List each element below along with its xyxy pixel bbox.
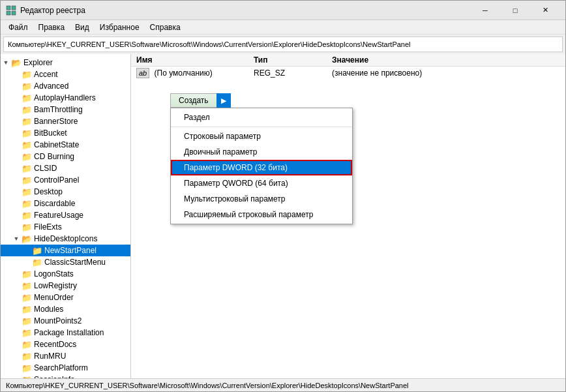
create-arrow-button[interactable]: ▶ bbox=[216, 93, 231, 108]
dropdown-item-string[interactable]: Строковый параметр bbox=[171, 128, 352, 144]
tree-label: Discardable bbox=[34, 199, 75, 208]
table-row[interactable]: ab (По умолчанию) REG_SZ (значение не пр… bbox=[131, 67, 565, 80]
dropdown-item-binary[interactable]: Двоичный параметр bbox=[171, 144, 352, 160]
tree-label: FileExts bbox=[34, 222, 62, 232]
expand-icon bbox=[11, 95, 22, 101]
close-button[interactable]: ✕ bbox=[530, 1, 560, 20]
list-item[interactable]: 📁 Desktop bbox=[1, 186, 130, 198]
list-item[interactable]: 📁 SearchPlatform bbox=[1, 362, 130, 374]
list-item[interactable]: 📁 CD Burning bbox=[1, 151, 130, 162]
create-row: Создать ▶ bbox=[170, 93, 353, 108]
minimize-button[interactable]: ─ bbox=[470, 1, 500, 20]
list-item[interactable]: 📁 BitBucket bbox=[1, 127, 130, 139]
tree-item-explorer[interactable]: ▼ 📂 Explorer bbox=[1, 57, 130, 68]
list-item-newstartpanel[interactable]: 📁 NewStartPanel bbox=[1, 245, 130, 256]
status-text: Компьютер\HKEY_CURRENT_USER\Software\Mic… bbox=[6, 382, 409, 389]
list-item[interactable]: ▼ 📂 HideDesktopIcons bbox=[1, 233, 130, 245]
list-item[interactable]: 📁 LowRegistry bbox=[1, 280, 130, 292]
maximize-button[interactable]: □ bbox=[500, 1, 530, 20]
list-item[interactable]: 📁 FileExts bbox=[1, 221, 130, 233]
list-item[interactable]: 📁 Modules bbox=[1, 303, 130, 315]
create-dropdown: Создать ▶ Раздел Строковый параметр Двои… bbox=[170, 93, 353, 224]
list-item[interactable]: 📁 Discardable bbox=[1, 198, 130, 209]
menu-file[interactable]: Файл bbox=[3, 22, 33, 33]
list-item[interactable]: 📁 Advanced bbox=[1, 80, 130, 92]
svg-rect-3 bbox=[12, 11, 16, 15]
tree-label: MenuOrder bbox=[34, 293, 74, 302]
folder-icon: 📁 bbox=[22, 93, 32, 103]
folder-icon: 📂 bbox=[22, 234, 32, 244]
list-item[interactable]: 📁 CLSID bbox=[1, 162, 130, 174]
expand-icon bbox=[11, 153, 22, 160]
tree-label: BamThrottling bbox=[34, 105, 83, 114]
create-button[interactable]: Создать bbox=[170, 93, 216, 108]
tree-label: BannerStore bbox=[34, 117, 78, 126]
folder-icon: 📁 bbox=[22, 81, 32, 91]
list-item[interactable]: 📁 FeatureUsage bbox=[1, 209, 130, 221]
expand-icon bbox=[11, 353, 22, 359]
expand-icon bbox=[11, 118, 22, 125]
dropdown-item-dword[interactable]: Параметр DWORD (32 бита) bbox=[171, 160, 352, 175]
list-item[interactable]: 📁 BamThrottling bbox=[1, 104, 130, 115]
folder-icon: 📁 bbox=[22, 175, 32, 185]
dropdown-menu: Раздел Строковый параметр Двоичный парам… bbox=[170, 108, 353, 224]
reg-name-cell: ab (По умолчанию) bbox=[136, 68, 254, 78]
title-bar: Редактор реестра ─ □ ✕ bbox=[1, 1, 565, 20]
list-item[interactable]: 📁 MountPoints2 bbox=[1, 315, 130, 327]
column-value: Значение bbox=[332, 55, 560, 65]
list-item[interactable]: 📁 Accent bbox=[1, 68, 130, 80]
address-bar[interactable]: Компьютер\HKEY_CURRENT_USER\Software\Mic… bbox=[3, 37, 563, 52]
menu-help[interactable]: Справка bbox=[145, 22, 186, 33]
dropdown-item-section[interactable]: Раздел bbox=[171, 110, 352, 125]
folder-icon: 📁 bbox=[22, 304, 32, 314]
expand-icon bbox=[22, 247, 32, 254]
expand-icon bbox=[11, 329, 22, 336]
expand-icon bbox=[11, 271, 22, 277]
list-item[interactable]: 📁 BannerStore bbox=[1, 115, 130, 127]
folder-icon: 📁 bbox=[22, 198, 32, 209]
list-item[interactable]: 📁 LogonStats bbox=[1, 268, 130, 280]
reg-value-cell: (значение не присвоено) bbox=[332, 68, 560, 78]
column-type: Тип bbox=[254, 55, 332, 65]
list-item[interactable]: 📁 AutoplayHandlers bbox=[1, 92, 130, 104]
tree-label: Desktop bbox=[34, 187, 63, 196]
expand-icon bbox=[11, 83, 22, 89]
registry-editor-window: Редактор реестра ─ □ ✕ Файл Правка Вид И… bbox=[0, 0, 566, 392]
tree-label: RecentDocs bbox=[34, 340, 76, 349]
list-item[interactable]: 📁 CabinetState bbox=[1, 139, 130, 151]
list-item[interactable]: 📁 ClassicStartMenu bbox=[1, 256, 130, 268]
expand-icon bbox=[11, 177, 22, 183]
list-item[interactable]: 📁 RunMRU bbox=[1, 350, 130, 362]
window-controls: ─ □ ✕ bbox=[470, 1, 560, 20]
tree-label: NewStartPanel bbox=[44, 246, 97, 255]
folder-icon: 📁 bbox=[32, 257, 42, 267]
expand-icon: ▼ bbox=[1, 59, 11, 66]
menu-edit[interactable]: Правка bbox=[33, 22, 70, 33]
reg-name-value: (По умолчанию) bbox=[155, 68, 213, 78]
menu-view[interactable]: Вид bbox=[70, 22, 95, 33]
dropdown-item-qword[interactable]: Параметр QWORD (64 бита) bbox=[171, 175, 352, 191]
list-item[interactable]: 📁 Package Installation bbox=[1, 327, 130, 339]
menu-favorites[interactable]: Избранное bbox=[95, 22, 145, 33]
folder-icon: 📁 bbox=[22, 140, 32, 150]
folder-icon: 📁 bbox=[32, 245, 42, 256]
folder-icon: 📁 bbox=[22, 363, 32, 373]
folder-icon: 📁 bbox=[22, 292, 32, 303]
expand-icon bbox=[11, 365, 22, 371]
list-item[interactable]: 📁 RecentDocs bbox=[1, 339, 130, 350]
list-item[interactable]: 📁 MenuOrder bbox=[1, 292, 130, 303]
tree-label: FeatureUsage bbox=[34, 211, 83, 220]
tree-label: SearchPlatform bbox=[34, 363, 88, 372]
expand-icon bbox=[22, 259, 32, 265]
address-path: Компьютер\HKEY_CURRENT_USER\Software\Mic… bbox=[8, 40, 411, 48]
list-item[interactable]: 📁 SessionInfo bbox=[1, 374, 130, 378]
list-item[interactable]: 📁 ControlPanel bbox=[1, 174, 130, 186]
folder-icon: 📁 bbox=[22, 69, 32, 80]
content-panel: Имя Тип Значение ab (По умолчанию) REG_S… bbox=[131, 54, 565, 378]
tree-label: CLSID bbox=[34, 164, 57, 173]
dropdown-item-multistring[interactable]: Мультистроковый параметр bbox=[171, 191, 352, 207]
ab-icon: ab bbox=[136, 68, 149, 78]
tree-panel[interactable]: ▼ 📂 Explorer 📁 Accent 📁 Advanced bbox=[1, 54, 131, 378]
folder-icon: 📁 bbox=[22, 128, 32, 138]
dropdown-item-expandstring[interactable]: Расширяемый строковый параметр bbox=[171, 207, 352, 222]
